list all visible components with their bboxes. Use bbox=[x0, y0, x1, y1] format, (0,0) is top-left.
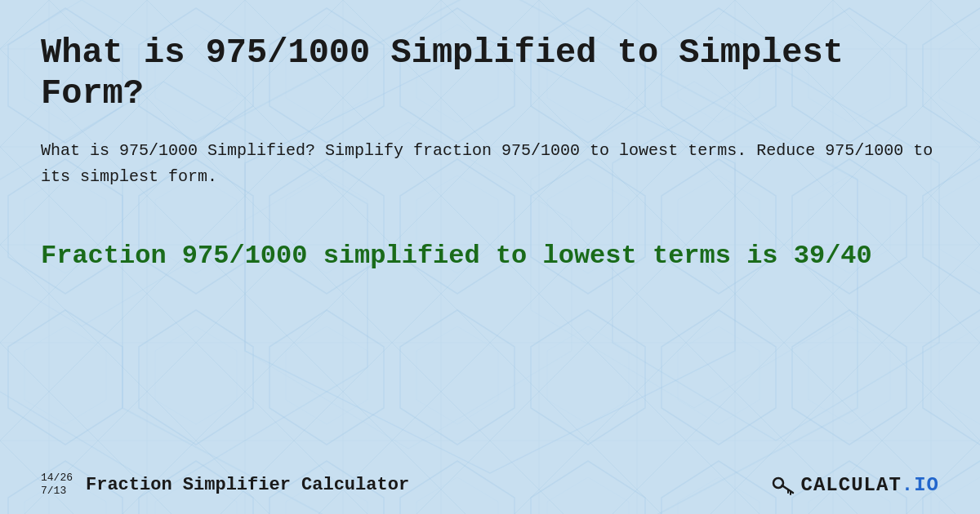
main-content: What is 975/1000 Simplified to Simplest … bbox=[0, 0, 980, 514]
result-text: Fraction 975/1000 simplified to lowest t… bbox=[41, 239, 939, 273]
result-section: Fraction 975/1000 simplified to lowest t… bbox=[41, 239, 939, 273]
page-title: What is 975/1000 Simplified to Simplest … bbox=[41, 33, 939, 115]
page-description: What is 975/1000 Simplified? Simplify fr… bbox=[41, 138, 939, 190]
